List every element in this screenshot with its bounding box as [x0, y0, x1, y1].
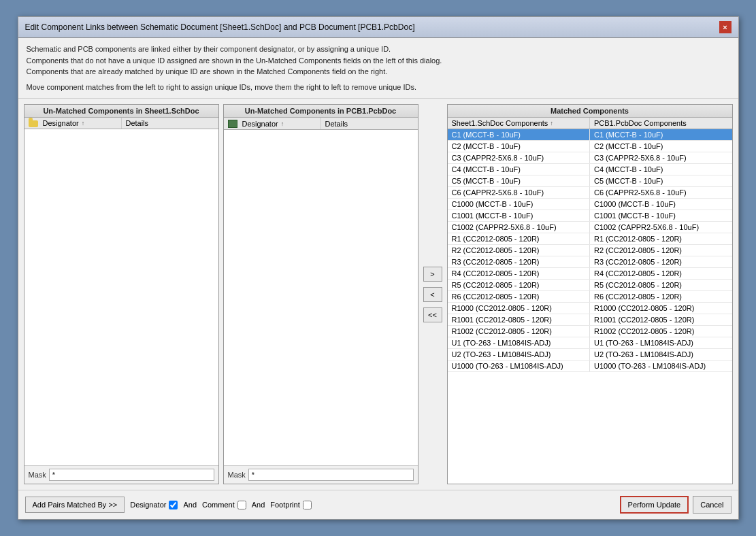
unmatched-pcb-header: Un-Matched Components in PCB1.PcbDoc [224, 105, 418, 118]
pcb-mask-input[interactable] [248, 469, 414, 481]
matched-cell-sch: C5 (MCCT-B - 10uF) [448, 175, 591, 186]
unmatched-sch-header: Un-Matched Components in Sheet1.SchDoc [24, 105, 218, 118]
designator-checkbox[interactable] [169, 501, 178, 509]
matched-cell-sch: C1001 (MCCT-B - 10uF) [448, 210, 591, 221]
matched-sch-col: Sheet1.SchDoc Components ↑ [448, 118, 591, 129]
footprint-checkbox[interactable] [303, 501, 312, 509]
close-button[interactable]: × [719, 21, 732, 33]
unmatched-pcb-panel: Un-Matched Components in PCB1.PcbDoc Des… [223, 104, 418, 484]
matched-body: C1 (MCCT-B - 10uF)C1 (MCCT-B - 10uF)C2 (… [448, 129, 732, 484]
matched-cell-sch: U1 (TO-263 - LM1084IS-ADJ) [448, 337, 591, 348]
pcb-designator-col: Designator ↑ [224, 118, 321, 129]
pcb-details-col: Details [321, 118, 418, 129]
move-all-left-button[interactable]: << [423, 307, 442, 322]
matched-cell-pcb: U2 (TO-263 - LM1084IS-ADJ) [590, 349, 732, 360]
sch-mask-input[interactable] [49, 469, 214, 481]
matched-row[interactable]: C3 (CAPPR2-5X6.8 - 10uF)C3 (CAPPR2-5X6.8… [448, 152, 732, 164]
bottom-bar: Add Pairs Matched By >> Designator And C… [18, 490, 738, 519]
cancel-button[interactable]: Cancel [693, 496, 731, 514]
matched-row[interactable]: U1 (TO-263 - LM1084IS-ADJ)U1 (TO-263 - L… [448, 337, 732, 349]
matched-row[interactable]: C1000 (MCCT-B - 10uF)C1000 (MCCT-B - 10u… [448, 199, 732, 210]
matched-row[interactable]: R4 (CC2012-0805 - 120R)R4 (CC2012-0805 -… [448, 268, 732, 280]
matched-cell-sch: R1002 (CC2012-0805 - 120R) [448, 326, 591, 337]
sch-details-col: Details [122, 118, 218, 129]
matched-row[interactable]: C1002 (CAPPR2-5X6.8 - 10uF)C1002 (CAPPR2… [448, 222, 732, 233]
unmatched-sch-panel: Un-Matched Components in Sheet1.SchDoc D… [24, 104, 219, 484]
description-area: Schematic and PCB components are linked … [18, 38, 738, 99]
matched-cell-sch: R5 (CC2012-0805 - 120R) [448, 280, 591, 290]
left-panels: Un-Matched Components in Sheet1.SchDoc D… [24, 104, 418, 484]
matched-row[interactable]: C1 (MCCT-B - 10uF)C1 (MCCT-B - 10uF) [448, 129, 732, 141]
folder-icon [29, 119, 40, 127]
unmatched-sch-body [24, 129, 218, 465]
matched-cell-sch: R6 (CC2012-0805 - 120R) [448, 291, 591, 302]
matched-cell-sch: C1002 (CAPPR2-5X6.8 - 10uF) [448, 222, 591, 233]
matched-row[interactable]: C5 (MCCT-B - 10uF)C5 (MCCT-B - 10uF) [448, 175, 732, 187]
sch-designator-col: Designator ↑ [24, 118, 122, 129]
matched-cell-pcb: R4 (CC2012-0805 - 120R) [590, 268, 732, 279]
matched-cell-sch: C1 (MCCT-B - 10uF) [448, 129, 591, 140]
matched-cell-sch: U1000 (TO-263 - LM1084IS-ADJ) [448, 361, 591, 371]
matched-cell-pcb: R1002 (CC2012-0805 - 120R) [590, 326, 732, 337]
matched-cell-pcb: C1001 (MCCT-B - 10uF) [590, 210, 732, 221]
right-buttons: Perform Update Cancel [620, 496, 732, 514]
matched-cell-sch: R3 (CC2012-0805 - 120R) [448, 256, 591, 267]
matched-cell-pcb: C1 (MCCT-B - 10uF) [590, 129, 732, 140]
matched-cell-sch: U2 (TO-263 - LM1084IS-ADJ) [448, 349, 591, 360]
pcb-sort-arrow: ↑ [281, 120, 284, 127]
and2-label: And [252, 501, 265, 509]
matched-row[interactable]: U2 (TO-263 - LM1084IS-ADJ)U2 (TO-263 - L… [448, 349, 732, 361]
matched-cell-sch: C4 (MCCT-B - 10uF) [448, 164, 591, 175]
matched-row[interactable]: R2 (CC2012-0805 - 120R)R2 (CC2012-0805 -… [448, 245, 732, 256]
sort-arrow: ↑ [82, 120, 85, 127]
matched-row[interactable]: R1001 (CC2012-0805 - 120R)R1001 (CC2012-… [448, 314, 732, 326]
matched-cell-sch: R4 (CC2012-0805 - 120R) [448, 268, 591, 279]
matched-row[interactable]: C6 (CAPPR2-5X6.8 - 10uF)C6 (CAPPR2-5X6.8… [448, 187, 732, 199]
sch-mask-label: Mask [29, 471, 46, 479]
matched-row[interactable]: R5 (CC2012-0805 - 120R)R5 (CC2012-0805 -… [448, 280, 732, 291]
matched-cell-pcb: R1001 (CC2012-0805 - 120R) [590, 314, 732, 325]
matched-row[interactable]: C2 (MCCT-B - 10uF)C2 (MCCT-B - 10uF) [448, 141, 732, 152]
move-right-button[interactable]: > [423, 267, 442, 282]
matched-cell-pcb: U1 (TO-263 - LM1084IS-ADJ) [590, 337, 732, 348]
dialog: Edit Component Links between Schematic D… [18, 16, 739, 520]
designator-label: Designator [130, 501, 166, 509]
matched-row[interactable]: R1002 (CC2012-0805 - 120R)R1002 (CC2012-… [448, 326, 732, 337]
middle-arrows: > < << [423, 104, 443, 484]
matched-pcb-col: PCB1.PcbDoc Components [590, 118, 732, 129]
perform-update-button[interactable]: Perform Update [620, 496, 689, 514]
matched-cell-sch: R1000 (CC2012-0805 - 120R) [448, 303, 591, 314]
unmatched-pcb-columns: Designator ↑ Details [224, 118, 418, 130]
grid-icon [228, 119, 240, 128]
move-left-button[interactable]: < [423, 287, 442, 302]
matched-cell-pcb: U1000 (TO-263 - LM1084IS-ADJ) [590, 361, 732, 371]
matched-row[interactable]: C1001 (MCCT-B - 10uF)C1001 (MCCT-B - 10u… [448, 210, 732, 222]
matched-cell-pcb: R5 (CC2012-0805 - 120R) [590, 280, 732, 290]
matched-row[interactable]: R6 (CC2012-0805 - 120R)R6 (CC2012-0805 -… [448, 291, 732, 303]
matched-row[interactable]: U1000 (TO-263 - LM1084IS-ADJ)U1000 (TO-2… [448, 361, 732, 372]
desc-line-2: Components that do not have a unique ID … [27, 55, 730, 67]
matched-cell-sch: R1 (CC2012-0805 - 120R) [448, 233, 591, 244]
matched-cell-pcb: R6 (CC2012-0805 - 120R) [590, 291, 732, 302]
unmatched-pcb-body [224, 130, 418, 465]
matched-cell-pcb: R1000 (CC2012-0805 - 120R) [590, 303, 732, 314]
matched-cell-pcb: C2 (MCCT-B - 10uF) [590, 141, 732, 152]
comment-checkbox[interactable] [237, 501, 246, 509]
matched-row[interactable]: R1000 (CC2012-0805 - 120R)R1000 (CC2012-… [448, 303, 732, 314]
matched-cell-sch: C3 (CAPPR2-5X6.8 - 10uF) [448, 152, 591, 163]
matched-row[interactable]: R3 (CC2012-0805 - 120R)R3 (CC2012-0805 -… [448, 256, 732, 268]
add-pairs-button[interactable]: Add Pairs Matched By >> [25, 497, 125, 513]
unmatched-sch-columns: Designator ↑ Details [24, 118, 218, 129]
matched-cell-pcb: C1000 (MCCT-B - 10uF) [590, 199, 732, 210]
matched-cell-sch: C2 (MCCT-B - 10uF) [448, 141, 591, 152]
matched-cell-pcb: R3 (CC2012-0805 - 120R) [590, 256, 732, 267]
desc-line-4: Move component matches from the left to … [27, 82, 730, 93]
matched-row[interactable]: R1 (CC2012-0805 - 120R)R1 (CC2012-0805 -… [448, 233, 732, 245]
designator-group: Designator [130, 501, 178, 509]
matched-cell-pcb: R2 (CC2012-0805 - 120R) [590, 245, 732, 256]
matched-panel: Matched Components Sheet1.SchDoc Compone… [447, 104, 733, 484]
matched-row[interactable]: C4 (MCCT-B - 10uF)C4 (MCCT-B - 10uF) [448, 164, 732, 175]
pcb-mask-label: Mask [228, 471, 246, 479]
matched-cell-sch: C6 (CAPPR2-5X6.8 - 10uF) [448, 187, 591, 198]
two-unmatched: Un-Matched Components in Sheet1.SchDoc D… [24, 104, 418, 484]
